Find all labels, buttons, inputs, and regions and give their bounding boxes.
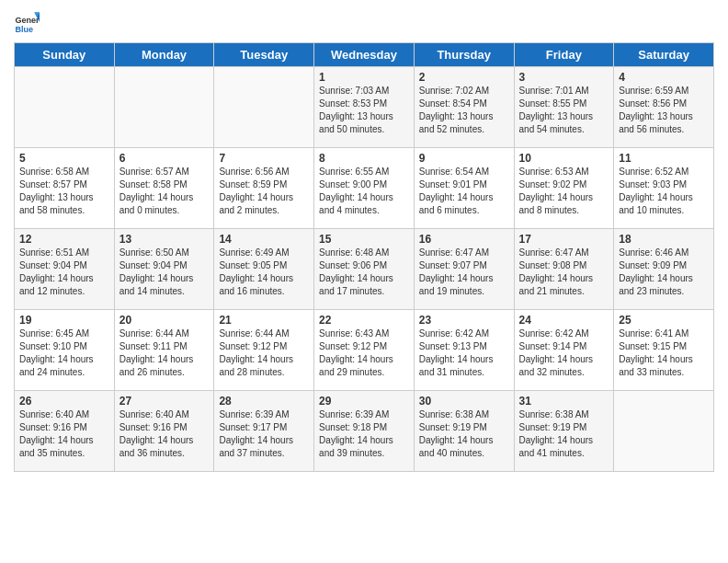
day-number: 1 [319,71,409,84]
calendar-cell: 23Sunrise: 6:42 AM Sunset: 9:13 PM Dayli… [414,310,514,391]
day-number: 8 [319,152,409,165]
day-info: Sunrise: 6:40 AM Sunset: 9:16 PM Dayligh… [119,408,210,460]
day-info: Sunrise: 7:01 AM Sunset: 8:55 PM Dayligh… [519,85,609,136]
day-number: 16 [419,233,509,246]
calendar-cell: 11Sunrise: 6:52 AM Sunset: 9:03 PM Dayli… [614,148,714,229]
calendar-cell: 7Sunrise: 6:56 AM Sunset: 8:59 PM Daylig… [214,148,314,229]
weekday-header-monday: Monday [114,43,214,67]
calendar-cell: 26Sunrise: 6:40 AM Sunset: 9:16 PM Dayli… [15,391,115,472]
calendar-week-row: 26Sunrise: 6:40 AM Sunset: 9:16 PM Dayli… [15,391,714,472]
day-number: 30 [419,395,509,408]
logo: General Blue [14,9,43,35]
calendar-cell: 1Sunrise: 7:03 AM Sunset: 8:53 PM Daylig… [314,67,415,148]
day-info: Sunrise: 6:50 AM Sunset: 9:04 PM Dayligh… [119,247,210,298]
calendar-cell: 24Sunrise: 6:42 AM Sunset: 9:14 PM Dayli… [514,310,614,391]
day-info: Sunrise: 6:43 AM Sunset: 9:12 PM Dayligh… [319,327,409,379]
weekday-header-wednesday: Wednesday [314,43,415,67]
day-number: 7 [219,152,309,165]
calendar-cell [614,391,714,472]
calendar-cell: 8Sunrise: 6:55 AM Sunset: 9:00 PM Daylig… [314,148,415,229]
day-number: 20 [119,314,210,327]
day-number: 26 [19,395,109,408]
calendar-cell [114,67,214,148]
day-number: 10 [519,152,609,165]
calendar-cell: 15Sunrise: 6:48 AM Sunset: 9:06 PM Dayli… [314,229,415,310]
header: General Blue [14,9,714,35]
day-info: Sunrise: 6:41 AM Sunset: 9:15 PM Dayligh… [619,327,709,379]
day-number: 15 [319,233,409,246]
day-info: Sunrise: 6:58 AM Sunset: 8:57 PM Dayligh… [19,166,109,217]
weekday-header-thursday: Thursday [414,43,514,67]
weekday-header-saturday: Saturday [614,43,714,67]
day-info: Sunrise: 6:44 AM Sunset: 9:12 PM Dayligh… [219,327,309,379]
day-info: Sunrise: 6:47 AM Sunset: 9:08 PM Dayligh… [519,247,609,298]
day-number: 11 [619,152,709,165]
day-info: Sunrise: 7:03 AM Sunset: 8:53 PM Dayligh… [319,85,409,136]
svg-text:Blue: Blue [15,25,33,34]
day-number: 29 [319,395,409,408]
day-info: Sunrise: 6:47 AM Sunset: 9:07 PM Dayligh… [419,247,509,298]
day-number: 24 [519,314,609,327]
day-number: 12 [19,233,109,246]
calendar-cell: 27Sunrise: 6:40 AM Sunset: 9:16 PM Dayli… [114,391,214,472]
calendar-cell: 16Sunrise: 6:47 AM Sunset: 9:07 PM Dayli… [414,229,514,310]
day-info: Sunrise: 6:39 AM Sunset: 9:18 PM Dayligh… [319,408,409,460]
day-number: 28 [219,395,309,408]
calendar-cell: 2Sunrise: 7:02 AM Sunset: 8:54 PM Daylig… [414,67,514,148]
day-info: Sunrise: 6:59 AM Sunset: 8:56 PM Dayligh… [619,85,709,136]
calendar-cell [15,67,115,148]
day-info: Sunrise: 6:38 AM Sunset: 9:19 PM Dayligh… [519,408,609,460]
day-info: Sunrise: 6:45 AM Sunset: 9:10 PM Dayligh… [19,327,109,379]
day-number: 9 [419,152,509,165]
day-number: 27 [119,395,210,408]
day-info: Sunrise: 6:54 AM Sunset: 9:01 PM Dayligh… [419,166,509,217]
day-number: 14 [219,233,309,246]
calendar-cell: 14Sunrise: 6:49 AM Sunset: 9:05 PM Dayli… [214,229,314,310]
day-number: 5 [19,152,109,165]
calendar-cell: 5Sunrise: 6:58 AM Sunset: 8:57 PM Daylig… [15,148,115,229]
calendar-cell: 18Sunrise: 6:46 AM Sunset: 9:09 PM Dayli… [614,229,714,310]
day-number: 4 [619,71,709,84]
calendar-table: SundayMondayTuesdayWednesdayThursdayFrid… [14,42,714,472]
day-number: 6 [119,152,210,165]
calendar-week-row: 1Sunrise: 7:03 AM Sunset: 8:53 PM Daylig… [15,67,714,148]
page: General Blue SundayMondayTuesdayWednesda… [0,0,728,563]
weekday-header-row: SundayMondayTuesdayWednesdayThursdayFrid… [15,43,714,67]
calendar-cell: 17Sunrise: 6:47 AM Sunset: 9:08 PM Dayli… [514,229,614,310]
day-number: 3 [519,71,609,84]
calendar-cell: 22Sunrise: 6:43 AM Sunset: 9:12 PM Dayli… [314,310,415,391]
calendar-week-row: 19Sunrise: 6:45 AM Sunset: 9:10 PM Dayli… [15,310,714,391]
calendar-cell: 4Sunrise: 6:59 AM Sunset: 8:56 PM Daylig… [614,67,714,148]
day-info: Sunrise: 6:44 AM Sunset: 9:11 PM Dayligh… [119,327,210,379]
day-info: Sunrise: 6:39 AM Sunset: 9:17 PM Dayligh… [219,408,309,460]
calendar-cell: 21Sunrise: 6:44 AM Sunset: 9:12 PM Dayli… [214,310,314,391]
day-number: 13 [119,233,210,246]
day-info: Sunrise: 6:56 AM Sunset: 8:59 PM Dayligh… [219,166,309,217]
weekday-header-sunday: Sunday [15,43,115,67]
day-info: Sunrise: 6:51 AM Sunset: 9:04 PM Dayligh… [19,247,109,298]
day-info: Sunrise: 7:02 AM Sunset: 8:54 PM Dayligh… [419,85,509,136]
day-number: 25 [619,314,709,327]
day-info: Sunrise: 6:55 AM Sunset: 9:00 PM Dayligh… [319,166,409,217]
day-number: 2 [419,71,509,84]
day-info: Sunrise: 6:57 AM Sunset: 8:58 PM Dayligh… [119,166,210,217]
calendar-cell: 25Sunrise: 6:41 AM Sunset: 9:15 PM Dayli… [614,310,714,391]
day-info: Sunrise: 6:48 AM Sunset: 9:06 PM Dayligh… [319,247,409,298]
day-number: 31 [519,395,609,408]
calendar-cell: 13Sunrise: 6:50 AM Sunset: 9:04 PM Dayli… [114,229,214,310]
day-number: 19 [19,314,109,327]
calendar-cell: 28Sunrise: 6:39 AM Sunset: 9:17 PM Dayli… [214,391,314,472]
day-info: Sunrise: 6:38 AM Sunset: 9:19 PM Dayligh… [419,408,509,460]
day-info: Sunrise: 6:46 AM Sunset: 9:09 PM Dayligh… [619,247,709,298]
day-info: Sunrise: 6:52 AM Sunset: 9:03 PM Dayligh… [619,166,709,217]
calendar-cell: 12Sunrise: 6:51 AM Sunset: 9:04 PM Dayli… [15,229,115,310]
calendar-cell: 9Sunrise: 6:54 AM Sunset: 9:01 PM Daylig… [414,148,514,229]
weekday-header-tuesday: Tuesday [214,43,314,67]
general-blue-icon: General Blue [14,9,40,35]
day-info: Sunrise: 6:42 AM Sunset: 9:14 PM Dayligh… [519,327,609,379]
calendar-cell: 10Sunrise: 6:53 AM Sunset: 9:02 PM Dayli… [514,148,614,229]
calendar-cell: 19Sunrise: 6:45 AM Sunset: 9:10 PM Dayli… [15,310,115,391]
calendar-cell: 20Sunrise: 6:44 AM Sunset: 9:11 PM Dayli… [114,310,214,391]
day-number: 21 [219,314,309,327]
day-number: 22 [319,314,409,327]
